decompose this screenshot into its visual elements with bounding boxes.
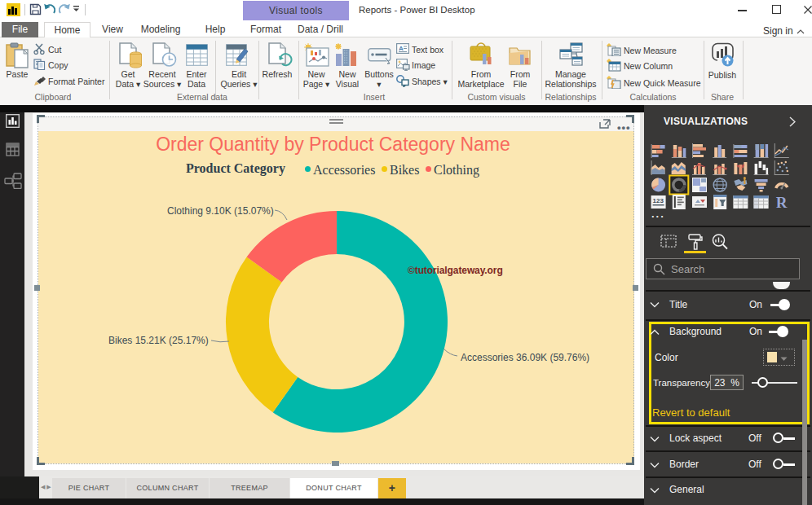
svg-text:123: 123	[653, 197, 664, 204]
svg-text:R: R	[776, 194, 788, 211]
svg-text:A: A	[399, 45, 404, 52]
